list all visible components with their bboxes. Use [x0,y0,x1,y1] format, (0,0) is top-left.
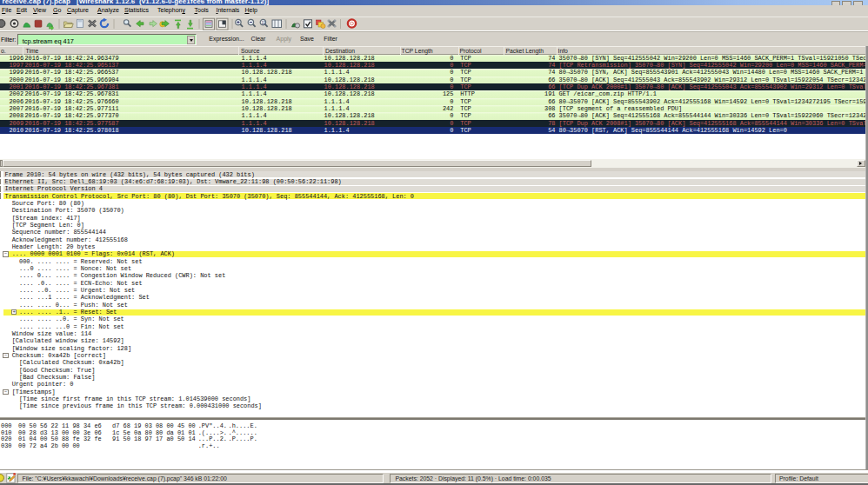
svg-text:11: 11 [262,21,266,25]
